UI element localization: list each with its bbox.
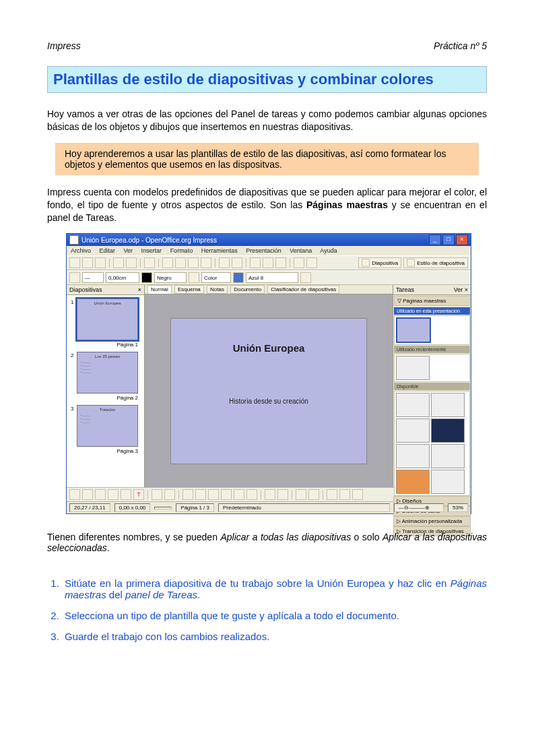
menu-herramientas[interactable]: Herramientas: [201, 247, 238, 254]
menu-insertar[interactable]: Insertar: [141, 247, 162, 254]
editing-stage[interactable]: Unión Europea Historia desde su creación: [145, 294, 393, 487]
slide-style-button[interactable]: Estilo de diapositiva: [403, 257, 468, 268]
spellcheck-icon[interactable]: [144, 257, 155, 268]
line-width-input[interactable]: 0,00cm: [106, 272, 139, 283]
zoom-icon[interactable]: [294, 257, 304, 268]
para2-bold: Páginas maestras: [306, 199, 388, 210]
menu-editar[interactable]: Editar: [100, 247, 116, 254]
hyperlink-icon[interactable]: [263, 257, 273, 268]
slide-thumb-3[interactable]: 3 Tratados • ———• ———• ———: [77, 405, 138, 447]
master-thumb[interactable]: [431, 444, 465, 468]
menu-formato[interactable]: Formato: [170, 247, 193, 254]
help-icon[interactable]: [306, 257, 317, 268]
symbol-shapes-icon[interactable]: [195, 489, 206, 500]
slide-thumb-1[interactable]: 1 Unión Europea: [77, 298, 138, 340]
fill-type-select[interactable]: Color: [201, 272, 231, 283]
arrow-dropdown-icon[interactable]: [69, 272, 80, 283]
line-color-swatch[interactable]: [141, 272, 152, 283]
status-bar: 20,27 / 23,11 0,00 x 0,00 Página 1 / 3 P…: [67, 501, 471, 513]
rotate-icon[interactable]: [327, 489, 337, 500]
brush-icon[interactable]: [201, 257, 211, 268]
text-icon[interactable]: T: [133, 489, 144, 500]
status-zoom: 53%: [448, 503, 468, 512]
slide-thumb-2[interactable]: 2 Los 25 países • ———• ———• ———• ———: [77, 352, 138, 393]
tasks-panel-title: Tareas Ver ×: [393, 285, 471, 295]
connector-icon[interactable]: [164, 489, 175, 500]
master-thumb[interactable]: [396, 317, 431, 343]
master-thumb[interactable]: [396, 418, 430, 443]
arrange-icon[interactable]: [352, 489, 363, 500]
master-thumb[interactable]: [396, 393, 430, 417]
master-thumb[interactable]: [396, 444, 430, 468]
maximize-button[interactable]: □: [442, 234, 455, 245]
line-color-select[interactable]: Negro: [154, 272, 187, 283]
master-thumb[interactable]: [431, 393, 465, 417]
menu-archivo[interactable]: Archivo: [71, 247, 91, 254]
custom-animation-section[interactable]: ▷ Animación personalizada: [393, 516, 471, 526]
pdf-icon[interactable]: [113, 257, 124, 268]
align-icon[interactable]: [339, 489, 350, 500]
open-icon[interactable]: [82, 257, 93, 268]
callout-shapes-icon[interactable]: [234, 489, 244, 500]
redo-icon[interactable]: [232, 257, 242, 268]
shadow-icon[interactable]: [300, 272, 311, 283]
page-title: Plantillas de estilo de diapositivas y c…: [47, 66, 487, 93]
from-file-icon[interactable]: [308, 489, 319, 500]
slide-button[interactable]: Diapositiva: [358, 257, 401, 268]
line-style-select[interactable]: —: [82, 272, 104, 283]
flowchart-icon[interactable]: [221, 489, 232, 500]
fill-color-select[interactable]: Azul 8: [246, 272, 298, 283]
save-icon[interactable]: [95, 257, 106, 268]
copy-icon[interactable]: [175, 257, 186, 268]
curve-icon[interactable]: [152, 489, 162, 500]
recently-used: Utilizado recientemente: [394, 346, 470, 353]
stars-icon[interactable]: [246, 489, 257, 500]
slide-style-icon: [407, 259, 415, 267]
chart-icon[interactable]: [250, 257, 261, 268]
used-in-presentation: Utilizado en esta presentación: [394, 307, 470, 315]
arrow-line-icon[interactable]: [95, 489, 106, 500]
cut-icon[interactable]: [162, 257, 173, 268]
master-thumb[interactable]: [431, 470, 465, 494]
thumb-num-3: 3: [71, 406, 73, 412]
thumb-num-2: 2: [71, 352, 73, 358]
tab-normal[interactable]: Normal: [147, 285, 172, 294]
basic-shapes-icon[interactable]: [182, 489, 193, 500]
menu-ayuda[interactable]: Ayuda: [320, 247, 337, 254]
slide-title: Unión Europea: [171, 342, 366, 354]
master-thumb[interactable]: [396, 356, 430, 380]
pointer-icon[interactable]: [69, 489, 80, 500]
tab-notes[interactable]: Notas: [207, 285, 228, 294]
tab-handout[interactable]: Documento: [230, 285, 265, 294]
master-thumb[interactable]: [431, 418, 465, 443]
menu-ver[interactable]: Ver: [124, 247, 133, 254]
undo-icon[interactable]: [219, 257, 230, 268]
zoom-slider[interactable]: —⊖———⊕: [394, 503, 444, 512]
status-coords: 20,27 / 23,11: [69, 503, 110, 512]
print-icon[interactable]: [126, 257, 137, 268]
current-slide[interactable]: Unión Europea Historia desde su creación: [170, 318, 367, 464]
new-icon[interactable]: [69, 257, 80, 268]
block-arrows-icon[interactable]: [208, 489, 219, 500]
menu-presentacion[interactable]: Presentación: [246, 247, 281, 254]
fill-color-swatch[interactable]: [233, 272, 244, 283]
rectangle-icon[interactable]: [108, 489, 119, 500]
fontwork-icon[interactable]: [296, 489, 306, 500]
gluepoints-icon[interactable]: [277, 489, 288, 500]
minimize-button[interactable]: _: [429, 234, 441, 245]
close-button[interactable]: ×: [456, 234, 468, 245]
ellipse-icon[interactable]: [121, 489, 131, 500]
line-icon[interactable]: [82, 489, 93, 500]
master-pages-section[interactable]: ▽ Páginas maestras: [394, 296, 470, 306]
tasks-view-link[interactable]: Ver: [454, 286, 463, 293]
fill-icon[interactable]: [189, 272, 199, 283]
panel-close-icon[interactable]: ×: [138, 286, 141, 293]
table-icon[interactable]: [275, 257, 286, 268]
tab-outline[interactable]: Esquema: [174, 285, 204, 294]
menu-ventana[interactable]: Ventana: [290, 247, 312, 254]
paste-icon[interactable]: [188, 257, 199, 268]
tab-sorter[interactable]: Clasificador de diapositivas: [267, 285, 339, 294]
master-thumb[interactable]: [396, 470, 430, 494]
available-masters: Disponible: [394, 383, 470, 390]
points-icon[interactable]: [265, 489, 275, 500]
